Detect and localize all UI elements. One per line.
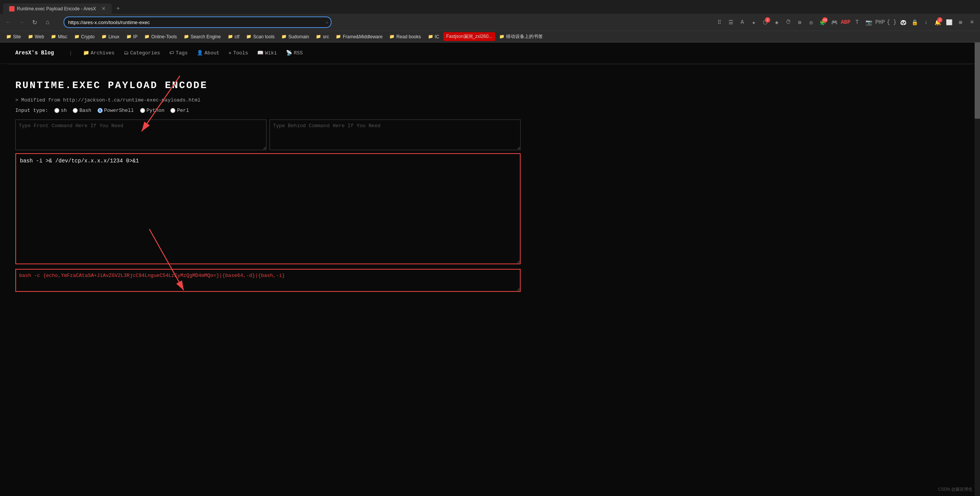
bookmark-online-tools[interactable]: Online-Tools [141,33,180,41]
read-mode-icon[interactable]: ☰ [726,17,736,27]
bookmark-read-books-label: Read books [396,34,421,39]
lock-icon[interactable]: 🔒 [910,17,920,27]
adblock-icon[interactable]: ABP [841,17,851,27]
nav-separator-1: | [69,50,72,56]
menu-icon[interactable]: ≡ [967,17,977,27]
nav-tools[interactable]: ✈ Tools [229,48,248,57]
radio-bash-input[interactable] [73,108,78,113]
settings-icon[interactable]: ⚙ [795,17,805,27]
bookmark-ip[interactable]: IP [123,33,140,41]
tools-icon: ✈ [229,50,232,56]
main-command-wrapper [15,153,521,269]
extensions-icon[interactable]: ⠿ [714,17,724,27]
back-button[interactable]: ← [3,17,14,28]
reload-button[interactable]: ↻ [29,17,40,28]
translate-icon[interactable]: A [737,17,747,27]
main-command-textarea[interactable] [15,153,521,264]
apps-icon[interactable]: ⊞ [956,17,965,27]
front-command-textarea[interactable] [15,119,266,150]
bookmark-read-books[interactable]: Read books [386,33,424,41]
bookmark-ctf[interactable]: ctf [225,33,243,41]
radio-python-label: Python [147,108,165,113]
bookmark-search-engine[interactable]: Search Engine [181,33,224,41]
nav-rss-label: RSS [294,50,302,56]
bookmark-frame-label: Frame&Middleware [343,34,382,39]
nav-rss[interactable]: 📡 RSS [286,48,302,57]
bookmark-frame[interactable]: Frame&Middleware [333,33,385,41]
scrollbar-thumb[interactable] [975,42,980,119]
extensions-mgr-icon[interactable]: 🧩 15 [818,17,828,27]
radio-powershell-input[interactable] [98,108,103,113]
radio-perl-input[interactable] [170,108,175,113]
modified-from-link[interactable]: http://jackson-t.ca/runtime-exec-payload… [63,97,201,103]
star-icon[interactable]: ☆ [326,20,328,25]
page-title: RUNTIME.EXEC PAYLOAD ENCODE [15,80,521,91]
screenshot-icon[interactable]: 📷 [864,17,874,27]
bookmark-linux[interactable]: Linux [98,33,122,41]
bookmark-subdomain[interactable]: Sudomain [278,33,312,41]
nav-categories[interactable]: 🗂 Categories [124,49,160,57]
address-bar[interactable] [64,16,332,28]
bookmark-online-tools-label: Online-Tools [151,34,177,39]
bookmark-misc[interactable]: Misc [48,33,70,41]
bookmark-fastjson[interactable]: Fastjson漏洞_zxl260... [443,32,496,41]
notif-icon[interactable]: 🔔 2 [933,17,942,27]
panda-icon[interactable]: 🐼 [898,17,908,27]
bookmark-crypto[interactable]: Crypto [71,33,98,41]
main-container: RUNTIME.EXEC PAYLOAD ENCODE > Modified f… [0,64,536,301]
history-icon[interactable]: ⏱ [783,17,793,27]
categories-icon: 🗂 [124,50,129,56]
translate2-icon[interactable]: T [852,17,862,27]
nav-wiki-label: Wiki [265,50,277,56]
nav-wiki[interactable]: 📖 Wiki [257,48,277,57]
site-logo: AresX's Blog [15,50,54,56]
radio-sh[interactable]: sh [54,108,67,113]
bookmarks-bar: Site Web Misc Crypto Linux IP Online-Too… [0,31,980,42]
radio-bash[interactable]: Bash [73,108,91,113]
nav-tags-label: Tags [176,50,188,56]
nav-about[interactable]: 👤 About [197,48,219,57]
tab-close-icon[interactable]: ✕ [101,6,106,11]
nav-archives-label: Archives [91,50,114,56]
nav-categories-label: Categories [130,50,160,56]
bookmark-search-engine-label: Search Engine [191,34,221,39]
behind-command-textarea[interactable] [270,119,521,150]
home-button[interactable]: ⌂ [42,17,53,28]
bookmark-icon[interactable]: ★ [749,17,759,27]
wiki-icon: 📖 [257,50,263,56]
forward-button[interactable]: → [16,17,27,28]
radio-sh-label: sh [61,108,67,113]
bookmark-site[interactable]: Site [3,33,24,41]
radio-sh-input[interactable] [54,108,59,113]
code-icon[interactable]: { } [887,17,897,27]
bookmark-src[interactable]: src [313,33,332,41]
active-tab[interactable]: Runtime.exec Payload Encode - AresX ✕ [3,3,112,14]
bookmark-fastjson-label: Fastjson漏洞_zxl260... [446,33,493,40]
download-icon[interactable]: ↓ [921,17,931,27]
bookmark-ic[interactable]: IC [425,33,443,41]
output-textarea[interactable] [15,269,521,292]
radio-python-input[interactable] [140,108,145,113]
scrollbar-track[interactable] [975,42,980,301]
radio-python[interactable]: Python [140,108,165,113]
address-bar-icons: ☆ [326,20,328,25]
cast-icon[interactable]: ⬜ [944,17,954,27]
bookmark-web[interactable]: Web [25,33,47,41]
bookmark-linux-label: Linux [108,34,119,39]
wallet-icon[interactable]: ◈ [772,17,782,27]
profile-badge: 2 [765,17,770,23]
nav-tags[interactable]: 🏷 Tags [169,49,188,57]
games-icon[interactable]: 🎮 [829,17,839,27]
toolbar-right-icons: ⠿ ☰ A ★ ⬡ 2 ◈ ⏱ ⚙ ◎ 🧩 15 🎮 ABP T 📷 PHP {… [714,17,977,27]
bookmark-scan-tools[interactable]: Scan tools [243,33,278,41]
bookmark-subdomain-label: Sudomain [288,34,309,39]
php-icon[interactable]: PHP [875,17,885,27]
target-icon[interactable]: ◎ [806,17,816,27]
profile-icon[interactable]: ⬡ 2 [760,17,770,27]
browser-tabs: Runtime.exec Payload Encode - AresX ✕ + [0,0,980,14]
bookmark-mobile[interactable]: 移动设备上的书签 [496,32,546,41]
radio-powershell[interactable]: PowerShell [98,108,134,113]
nav-archives[interactable]: 📁 Archives [83,48,114,57]
new-tab-button[interactable]: + [115,4,122,14]
radio-perl[interactable]: Perl [170,108,189,113]
